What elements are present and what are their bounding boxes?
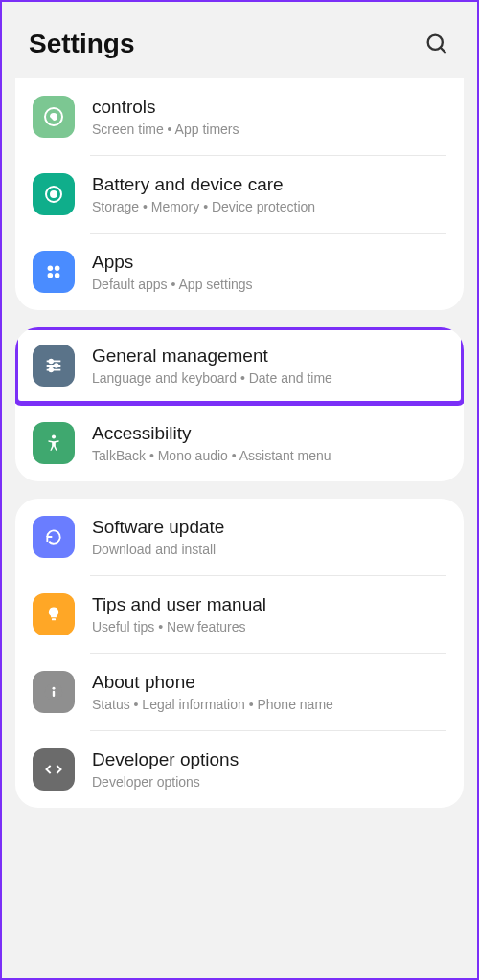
svg-point-10 [49,360,53,364]
search-icon [423,31,450,57]
row-title: Accessibility [92,423,446,444]
row-text: controls Screen time • App timers [92,97,446,137]
svg-rect-16 [52,618,56,620]
row-sub: Default apps • App settings [92,277,446,292]
row-sub: Language and keyboard • Date and time [92,370,446,386]
lightbulb-icon [33,593,75,635]
row-sub: Storage • Memory • Device protection [92,199,446,214]
settings-row-controls[interactable]: controls Screen time • App timers [15,78,464,155]
row-text: Apps Default apps • App settings [92,252,446,292]
settings-group: General management Language and keyboard… [15,327,464,481]
row-sub: Useful tips • New features [92,619,446,635]
row-title: General management [92,345,446,367]
apps-icon [33,251,75,293]
settings-header: Settings [2,2,477,78]
row-text: General management Language and keyboard… [92,345,446,386]
row-text: Battery and device care Storage • Memory… [92,174,446,214]
settings-row-developer[interactable]: Developer options Developer options [15,731,464,808]
developer-icon [33,748,75,791]
row-sub: Screen time • App timers [92,122,446,137]
settings-row-battery[interactable]: Battery and device care Storage • Memory… [15,156,464,233]
row-title: About phone [92,672,446,693]
sliders-icon [33,345,75,387]
battery-care-icon [33,173,75,215]
row-title: Tips and user manual [92,594,446,615]
svg-point-7 [48,273,54,278]
row-title: Battery and device care [92,174,446,195]
svg-point-5 [48,266,54,272]
row-title: Developer options [92,749,446,770]
row-text: Software update Download and install [92,517,446,557]
svg-point-15 [52,435,56,439]
settings-group: controls Screen time • App timers Batter… [15,78,464,310]
settings-row-tips[interactable]: Tips and user manual Useful tips • New f… [15,576,464,653]
svg-line-1 [441,48,446,54]
update-icon [33,516,75,558]
svg-point-14 [49,368,53,372]
wellbeing-icon [33,96,75,138]
accessibility-icon [33,422,75,464]
row-text: Tips and user manual Useful tips • New f… [92,594,446,635]
row-sub: Download and install [92,542,446,557]
row-title: controls [92,97,446,118]
settings-row-about[interactable]: About phone Status • Legal information •… [15,654,464,730]
settings-row-accessibility[interactable]: Accessibility TalkBack • Mono audio • As… [15,405,464,481]
svg-rect-19 [53,691,55,697]
row-title: Software update [92,517,446,538]
row-sub: TalkBack • Mono audio • Assistant menu [92,448,446,463]
row-title: Apps [92,252,446,273]
row-text: Accessibility TalkBack • Mono audio • As… [92,423,446,463]
row-text: Developer options Developer options [92,749,446,790]
settings-group: Software update Download and install Tip… [15,499,464,808]
svg-point-18 [53,687,56,690]
svg-point-0 [428,35,443,50]
svg-point-4 [51,191,57,197]
svg-point-12 [55,364,58,368]
settings-row-apps[interactable]: Apps Default apps • App settings [15,234,464,310]
info-icon [33,671,75,713]
row-sub: Status • Legal information • Phone name [92,697,446,712]
search-button[interactable] [423,31,450,57]
settings-row-software-update[interactable]: Software update Download and install [15,499,464,575]
page-title: Settings [29,29,134,59]
settings-row-general-management[interactable]: General management Language and keyboard… [15,327,464,404]
svg-point-6 [55,266,59,272]
row-sub: Developer options [92,774,446,790]
svg-point-8 [55,273,59,278]
row-text: About phone Status • Legal information •… [92,672,446,712]
